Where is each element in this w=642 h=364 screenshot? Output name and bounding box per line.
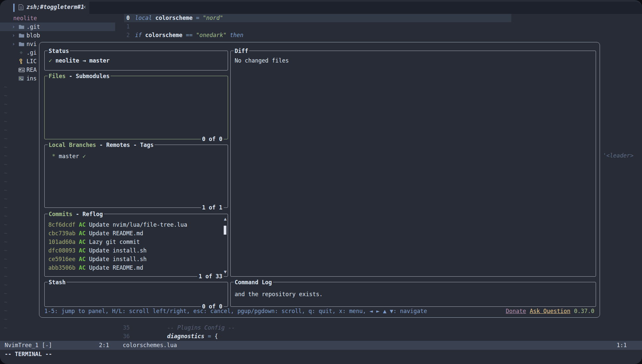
lazygit-hintbar: 1-5: jump to panel, H/L: scroll left/rig… <box>44 307 594 315</box>
statusline-file-name: colorschemes.lua <box>123 341 177 349</box>
git-icon <box>19 50 26 55</box>
active-tab-accent-bar <box>13 4 15 12</box>
panel-diff[interactable]: Diff No changed files <box>230 51 596 277</box>
folder-icon <box>19 33 26 38</box>
tree-item-label: LIC <box>26 57 37 66</box>
scroll-down-icon[interactable]: ▼ <box>224 269 227 274</box>
panel-command-log-title: Command Log <box>234 278 273 287</box>
tree-item-blob[interactable]: ›blob <box>0 31 115 40</box>
commit-row[interactable]: dfc08093 AC Update install.sh <box>48 246 224 255</box>
line-number: 35 <box>115 323 134 332</box>
lazygit-links: DonateAsk Question0.37.0 <box>502 307 594 315</box>
panel-status[interactable]: Status ✓ neolite → master <box>44 51 228 70</box>
statusline-tree-position: 2:1 <box>99 341 109 349</box>
tree-item-label: ins <box>26 74 37 83</box>
scroll-up-icon[interactable]: ▲ <box>224 216 227 221</box>
keybinding-hints: 1-5: jump to panel, H/L: scroll left/rig… <box>44 307 427 315</box>
panel-files-title: Files - Submodules <box>48 72 111 80</box>
editor-line: 35-- Plugins Config -- <box>115 323 235 332</box>
panel-status-title: Status <box>48 47 70 55</box>
editor-buffer-bottom: 35-- Plugins Config --36diagnostics = { <box>115 323 235 341</box>
line-number: 1 <box>115 22 134 31</box>
editor-line: 36diagnostics = { <box>115 332 235 341</box>
statusline-buffer-name: NvimTree_1 [-] <box>5 341 52 349</box>
tree-root-name: neolite <box>0 14 115 23</box>
editor-line: 0local colorscheme = "nord" <box>115 14 244 22</box>
folder-icon <box>19 42 26 47</box>
ask-question-link[interactable]: Ask Question <box>530 308 571 314</box>
folder-icon <box>19 24 26 29</box>
commit-row[interactable]: 8cf6dcdf AC Update nvim/lua/file-tree.lu… <box>48 220 224 229</box>
check-icon: ✓ <box>82 153 86 159</box>
tabline: zsh;#toggleterm#1 × <box>0 0 642 14</box>
panel-stash[interactable]: Stash 0 of 0 <box>44 282 228 307</box>
tilde-marker: ~ <box>0 324 115 332</box>
panel-stash-title: Stash <box>48 278 67 287</box>
commit-row[interactable]: ce5916ee AC Update install.sh <box>48 255 224 263</box>
command-log-content: and the repository exists. <box>231 282 596 298</box>
tree-item-label: blob <box>26 31 40 40</box>
license-icon <box>19 59 26 64</box>
markdown-icon <box>19 68 26 72</box>
scrollbar-thumb[interactable] <box>224 226 226 235</box>
panel-branches-title: Local Branches - Remotes - Tags <box>48 141 155 149</box>
tree-item-label: .git <box>26 23 40 31</box>
commits-counter: 1 of 33 <box>197 272 224 281</box>
chevron-right-icon: › <box>12 40 19 48</box>
commit-row[interactable]: abb3506b AC Update README.md <box>48 263 224 272</box>
panel-files[interactable]: Files - Submodules 0 of 0 <box>44 76 228 139</box>
editor-buffer-top: 0local colorscheme = "nord"12if colorsch… <box>115 14 244 39</box>
diff-content: No changed files <box>231 51 596 65</box>
tree-item-.git[interactable]: ›.git <box>0 23 115 31</box>
commit-row[interactable]: 101ad60a AC Lazy git commit <box>48 238 224 246</box>
version-label: 0.37.0 <box>574 308 594 314</box>
tree-item-label: .gi <box>26 48 37 57</box>
line-number: 0 <box>115 14 134 22</box>
statusline-cursor-position: 1:1 <box>617 341 627 349</box>
line-number: 36 <box>115 332 134 341</box>
panel-commits[interactable]: Commits - Reflog 8cf6dcdf AC Update nvim… <box>44 214 228 277</box>
check-icon: ✓ <box>49 57 52 64</box>
mode-indicator: -- TERMINAL -- <box>5 350 52 358</box>
panel-diff-title: Diff <box>234 47 249 55</box>
tab-title[interactable]: zsh;#toggleterm#1 <box>26 3 84 11</box>
tree-item-label: nvi <box>26 40 37 48</box>
panel-branches[interactable]: Local Branches - Remotes - Tags * master… <box>44 145 228 208</box>
editor-peek-text: '<leader> <box>603 151 633 160</box>
files-counter: 0 of 0 <box>201 135 224 143</box>
chevron-right-icon: › <box>12 23 19 31</box>
terminal-window: 0local colorscheme = "nord"12if colorsch… <box>0 0 642 364</box>
panel-commits-title: Commits - Reflog <box>48 210 104 218</box>
editor-line: 2if colorscheme == "onedark" then <box>115 31 244 39</box>
document-icon <box>19 4 23 13</box>
panel-command-log[interactable]: Command Log and the repository exists. <box>230 282 596 307</box>
lazygit-window: Status ✓ neolite → master Files - Submod… <box>39 42 600 318</box>
tab-close-icon[interactable]: × <box>83 3 86 11</box>
editor-line: 1 <box>115 22 244 31</box>
status-content: ✓ neolite → master <box>45 51 228 65</box>
line-number: 2 <box>115 31 134 39</box>
tabline-strip <box>89 2 642 14</box>
shell-icon <box>19 76 26 81</box>
current-branch-star: * <box>52 153 55 159</box>
chevron-right-icon: › <box>12 31 19 40</box>
statusline: NvimTree_1 [-] 2:1 colorschemes.lua 1:1 <box>0 341 642 350</box>
donate-link[interactable]: Donate <box>506 308 526 314</box>
branches-counter: 1 of 1 <box>201 203 224 212</box>
commit-row[interactable]: cbc739ab AC Update README.md <box>48 229 224 238</box>
tree-item-label: REA <box>26 66 37 74</box>
